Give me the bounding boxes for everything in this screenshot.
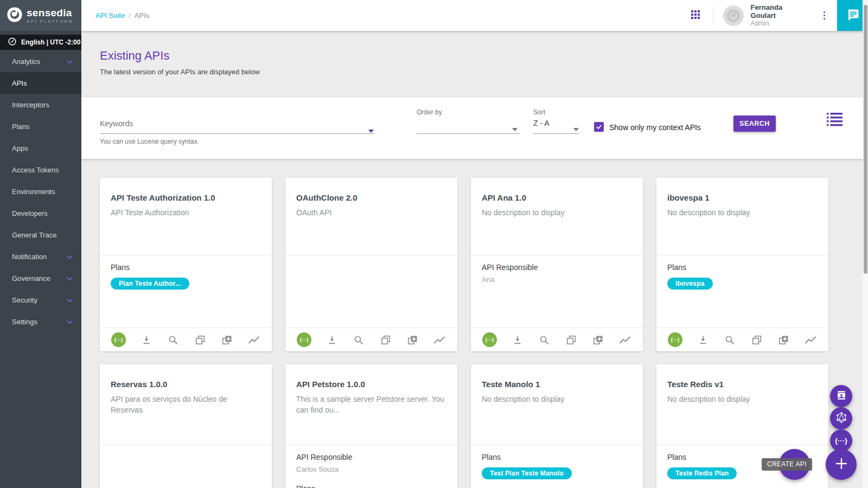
sidebar-item-apis[interactable]: APIs [0, 72, 81, 94]
sidebar-item-access-tokens[interactable]: Access Tokens [0, 159, 81, 181]
api-contract-icon[interactable]: {···} [482, 332, 497, 347]
sort-select[interactable]: Sort Z - A [533, 98, 579, 159]
api-description: No description to display [482, 394, 632, 404]
new-version-icon[interactable] [777, 334, 789, 346]
language-selector[interactable]: English | UTC -2:00 [0, 35, 81, 50]
keywords-field[interactable]: Keywords You can use Lucene query syntax… [100, 98, 374, 159]
order-by-label: Order by [417, 108, 442, 116]
keywords-dropdown-caret-icon[interactable] [368, 130, 374, 133]
sidebar-item-general-trace[interactable]: General Trace [0, 224, 81, 246]
plans-label: Plans [482, 453, 632, 461]
chevron-down-icon [67, 57, 73, 66]
metrics-icon[interactable] [618, 334, 631, 346]
api-contract-icon[interactable]: {···} [668, 332, 682, 347]
sort-caret-icon[interactable] [573, 128, 579, 131]
api-description: API para os serviços do Núcleo de Reserv… [111, 394, 261, 416]
plan-chip[interactable]: Test Plan Teste Manolo [482, 467, 572, 479]
copy-icon[interactable] [565, 334, 577, 346]
breadcrumb: API Suite / APIs [95, 0, 149, 31]
new-version-icon[interactable] [221, 334, 233, 346]
more-options-icon[interactable] [821, 9, 827, 22]
sidebar-item-interceptors[interactable]: Interceptors [0, 94, 81, 115]
breadcrumb-api-suite[interactable]: API Suite [95, 11, 125, 20]
user-name: Fernanda Goulart [751, 3, 809, 20]
responsible-value: Carlos Souza [296, 465, 446, 473]
trace-search-icon[interactable] [538, 334, 550, 346]
copy-icon[interactable] [380, 334, 392, 346]
trace-search-icon[interactable] [724, 334, 736, 346]
avatar[interactable] [723, 5, 744, 26]
download-icon[interactable] [141, 334, 152, 346]
scrollbar-thumb[interactable] [864, 5, 867, 274]
keywords-label: Keywords [100, 119, 133, 128]
sidebar-item-plans[interactable]: Plans [0, 115, 81, 137]
user-menu[interactable]: Fernanda Goulart Admin [751, 3, 809, 28]
metrics-icon[interactable] [247, 334, 260, 346]
download-icon[interactable] [326, 334, 338, 346]
sidebar-item-settings[interactable]: Settings [0, 311, 81, 332]
new-version-icon[interactable] [406, 334, 418, 346]
context-checkbox[interactable] [594, 122, 604, 132]
api-contract-icon[interactable]: {···} [111, 332, 126, 347]
plan-chip[interactable]: Teste Redis Plan [667, 467, 737, 479]
api-title: ibovespa 1 [667, 193, 818, 202]
sidebar-item-security[interactable]: Security [0, 289, 81, 311]
chevron-down-icon [67, 274, 73, 282]
brand[interactable]: sensedia API PLATFORM [0, 0, 81, 31]
api-contract-icon[interactable]: {···} [297, 332, 311, 347]
chevron-down-icon [67, 253, 73, 261]
copy-icon[interactable] [751, 334, 763, 346]
brand-name: sensedia [27, 8, 74, 18]
chevron-down-icon [67, 296, 73, 304]
plans-label: Plans [667, 263, 818, 272]
api-description: OAuth API [296, 207, 446, 218]
api-card[interactable]: Teste Manolo 1 No description to display… [471, 364, 643, 488]
search-button[interactable]: SEARCH [733, 115, 776, 132]
add-fab[interactable] [826, 449, 857, 480]
api-card[interactable]: Reservas 1.0.0 API para os serviços do N… [100, 364, 272, 488]
api-card[interactable]: API Ana 1.0 No description to display AP… [471, 178, 643, 351]
sidebar-item-developers[interactable]: Developers [0, 202, 81, 224]
chevron-down-icon [67, 318, 73, 326]
download-icon[interactable] [512, 334, 524, 346]
api-card[interactable]: OAuthClone 2.0 OAuth API {···} [285, 178, 457, 351]
sidebar-item-environments[interactable]: Environments [0, 181, 81, 202]
sensedia-logo-icon [7, 7, 23, 25]
code-braces-icon: {···} [835, 436, 847, 445]
api-card[interactable]: ibovespa 1 No description to display Pla… [656, 178, 828, 351]
sidebar-item-analytics[interactable]: Analytics [0, 50, 81, 72]
trace-search-icon[interactable] [167, 334, 179, 346]
api-description: No description to display [667, 394, 818, 404]
order-by-select[interactable]: Order by [417, 98, 520, 159]
create-client-fab[interactable] [830, 385, 852, 407]
api-card[interactable]: API Petstore 1.0.0 This is a sample serv… [285, 364, 457, 488]
api-description: This is a sample server Petstore server.… [296, 394, 446, 416]
main-content: Existing APIs The latest version of your… [81, 31, 868, 488]
list-view-icon[interactable] [826, 112, 844, 130]
copy-icon[interactable] [194, 334, 206, 346]
sort-value: Z - A [533, 119, 550, 127]
plan-chip[interactable]: ibovespa [667, 278, 713, 290]
download-icon[interactable] [697, 334, 709, 346]
api-cards-area: API Teste Authorization 1.0 API Teste Au… [81, 159, 868, 488]
sidebar-item-apps[interactable]: Apps [0, 137, 81, 159]
create-rest-api-fab[interactable]: {···} [830, 429, 852, 452]
sidebar-item-notification[interactable]: Notification [0, 246, 81, 267]
order-by-caret-icon[interactable] [512, 128, 518, 131]
sort-label: Sort [533, 108, 545, 116]
metrics-icon[interactable] [433, 334, 446, 346]
trace-search-icon[interactable] [353, 334, 365, 346]
sidebar-item-governance[interactable]: Governance [0, 267, 81, 289]
api-card[interactable]: API Teste Authorization 1.0 API Teste Au… [100, 178, 272, 351]
metrics-icon[interactable] [804, 334, 817, 346]
plans-label: Plans [296, 484, 446, 488]
globe-icon [8, 37, 16, 47]
breadcrumb-current: APIs [135, 11, 149, 20]
api-description: No description to display [482, 207, 632, 218]
plan-chip[interactable]: Plan Teste Author... [111, 278, 189, 290]
sidebar-nav: Analytics APIs Interceptors Plans Apps A… [0, 50, 81, 332]
responsible-label: API Responsible [482, 263, 632, 272]
create-graphql-fab[interactable] [830, 407, 852, 429]
apps-grid-icon[interactable] [691, 10, 700, 21]
new-version-icon[interactable] [592, 334, 604, 346]
